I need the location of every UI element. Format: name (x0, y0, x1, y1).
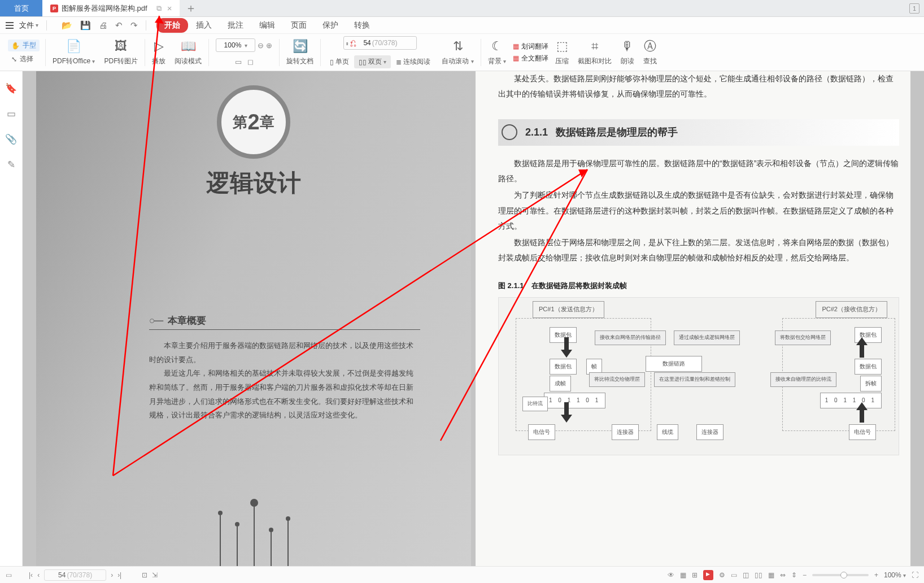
layout-1-icon[interactable]: ▭ (731, 571, 737, 579)
zoom-group: 100% ▾ ⊖ ⊕ ▭ ◻ (211, 38, 277, 66)
eye-icon[interactable]: 👁 (668, 571, 674, 579)
fig-t3: 将数据包交给网络层 (775, 330, 831, 345)
play-button[interactable]: ▷播放 (147, 38, 170, 66)
chapter-overview: 本章概要 本章主要介绍用于服务器端的数据链路层和网络层的技术，以及使用这些技术时… (149, 314, 420, 423)
hand-tool[interactable]: ✋ 手型 (8, 40, 40, 51)
read-aloud[interactable]: 🎙朗读 (616, 38, 639, 66)
find[interactable]: Ⓐ查找 (639, 38, 661, 66)
save-icon[interactable]: 💾 (80, 20, 91, 31)
menu-protect[interactable]: 保护 (315, 18, 346, 33)
tab-home[interactable]: 首页 (0, 0, 42, 16)
fit-width-icon[interactable]: ⇔ (780, 571, 786, 579)
fit-page-icon[interactable]: ◻ (247, 58, 254, 66)
zoom-slider[interactable] (812, 574, 869, 576)
page-left: 第2章 逻辑设计 本章概要 本章主要介绍用于服务器端的数据链路层和网络层的技术，… (36, 71, 471, 566)
zoom-percent[interactable]: 100% ▾ (884, 571, 906, 579)
tab-count[interactable]: 1 (909, 3, 919, 14)
fit-width-icon[interactable]: ▭ (235, 58, 242, 66)
zoom-in-status-icon[interactable]: + (874, 571, 878, 579)
fullscreen-icon[interactable]: ⛶ (912, 571, 918, 579)
first-page-icon[interactable]: |‹ (29, 571, 33, 579)
tab-new[interactable]: ＋ (180, 0, 202, 16)
menu-annotate[interactable]: 批注 (220, 18, 251, 33)
next-page-icon[interactable]: › (111, 571, 113, 579)
read-mode[interactable]: 📖阅读模式 (170, 38, 206, 66)
page-input[interactable]: 54 (70/378) (343, 36, 417, 50)
file-menu[interactable]: 文件▾ (19, 20, 38, 31)
tab-dup-icon[interactable]: ⧉ (156, 4, 162, 13)
fit-icon-1[interactable]: ⊡ (142, 571, 147, 579)
sidebar-toggle-icon[interactable]: ▭ (6, 571, 12, 579)
cursor-mode: ✋ 手型 ⤡ 选择 (5, 40, 43, 65)
layout-3-icon[interactable]: ▯▯ (755, 571, 762, 579)
compress[interactable]: ⬚压缩 (551, 38, 573, 66)
fig-conn2: 连接器 (696, 424, 723, 440)
zoom-in-icon[interactable]: ⊕ (266, 41, 272, 50)
fig-t4: 将比特流交给物理层 (589, 372, 645, 387)
stamp-icon[interactable]: ✎ (7, 159, 15, 171)
view-single[interactable]: ▯ 单页 (325, 55, 354, 68)
intro-text: 某处丢失。数据链路层则刚好能够弥补物理层的这个短处，它能生成通往相邻设备的路径（… (498, 71, 899, 102)
settings-icon[interactable]: ⚙ (719, 571, 725, 579)
zoom-out-status-icon[interactable]: − (803, 571, 807, 579)
last-page-icon[interactable]: ›| (117, 571, 121, 579)
page-nav: ‹ 54 (70/378) › ⎌ ▯ 单页 ▯▯ 双页▾ ≣ 连续阅读 (323, 36, 437, 68)
app-icon[interactable]: ▦ (680, 571, 686, 579)
cloud-icon[interactable]: ⊞ (692, 571, 698, 579)
pdf-to-image[interactable]: 🖼PDF转图片 (99, 38, 142, 66)
fig-pc2: PC#2（接收信息方） (816, 301, 887, 317)
view-continuous[interactable]: ≣ 连续阅读 (391, 55, 435, 68)
svg-marker-0 (561, 337, 572, 358)
document-canvas[interactable]: 第2章 逻辑设计 本章概要 本章主要介绍用于服务器端的数据链路层和网络层的技术，… (23, 71, 924, 566)
autoscroll[interactable]: ⇅自动滚动 ▾ (437, 38, 478, 66)
fig-bits1: 1 0 1 1 0 1 (544, 393, 605, 408)
tab-active[interactable]: P 图解服务器端网络架构.pdf ⧉ × (42, 0, 180, 16)
rotate-button[interactable]: 🔄旋转文档 (282, 38, 318, 66)
zoom-out-icon[interactable]: ⊖ (258, 41, 264, 50)
prev-page-icon[interactable]: ‹ (37, 571, 40, 579)
overview-p2: 最近这几年，和网络相关的基础技术并未取得较大发展，不过倒是变得越发纯粹和简练了。… (149, 367, 420, 423)
overview-p1: 本章主要介绍用于服务器端的数据链路层和网络层的技术，以及使用这些技术时的设计要点… (149, 339, 420, 367)
thumbnails-icon[interactable]: ▭ (7, 108, 16, 120)
hamburger-icon[interactable] (6, 22, 14, 29)
dict-translate[interactable]: ▦划词翻译 (513, 42, 548, 51)
print-icon[interactable]: 🖨 (99, 20, 107, 30)
figure-2-1-1: PC#1（发送信息方） PC#2（接收信息方） 数据包 数据包 接收来自网络层的… (498, 297, 899, 455)
menu-page[interactable]: 页面 (283, 18, 315, 33)
fit-icon-2[interactable]: ⇲ (152, 571, 158, 579)
zoom-value[interactable]: 100% ▾ (216, 38, 255, 52)
view-double[interactable]: ▯▯ 双页▾ (354, 55, 391, 68)
svg-marker-2 (856, 337, 868, 358)
open-icon[interactable]: 📂 (62, 20, 72, 31)
toolbar: ✋ 手型 ⤡ 选择 📄PDF转Office ▾ 🖼PDF转图片 ▷播放 📖阅读模… (0, 34, 924, 71)
fig-pc1: PC#1（发送信息方） (533, 301, 604, 317)
translate-group: ▦划词翻译 ▦全文翻译 (511, 42, 551, 63)
full-translate[interactable]: ▦全文翻译 (513, 54, 548, 63)
bookmark-panel-icon[interactable]: 🔖 (5, 82, 17, 94)
fit-height-icon[interactable]: ⇕ (791, 571, 797, 579)
menu-tabs: 开始 插入 批注 编辑 页面 保护 转换 (156, 18, 378, 33)
fig-t5: 在这里进行流量控制和差错控制 (654, 372, 735, 387)
menu-edit[interactable]: 编辑 (251, 18, 283, 33)
record-icon[interactable] (703, 570, 713, 580)
layout-2-icon[interactable]: ◫ (743, 571, 749, 579)
redo-icon[interactable]: ↷ (130, 20, 138, 31)
screenshot[interactable]: ⌗截图和对比 (573, 38, 616, 66)
fig-t6: 接收来自物理层的比特流 (770, 372, 836, 387)
fig-pkt4: 数据包 (855, 359, 882, 375)
pdf-to-office[interactable]: 📄PDF转Office ▾ (48, 38, 99, 66)
select-tool[interactable]: ⤡ 选择 (8, 53, 40, 65)
tab-close-icon[interactable]: × (167, 3, 172, 13)
menu-insert[interactable]: 插入 (188, 18, 220, 33)
menu-convert[interactable]: 转换 (346, 18, 378, 33)
fig-conn1: 连接器 (612, 424, 639, 440)
fig-link: 数据链路 (646, 356, 702, 372)
page-right: 某处丢失。数据链路层则刚好能够弥补物理层的这个短处，它能生成通往相邻设备的路径（… (476, 71, 910, 566)
background[interactable]: ☾背景 ▾ (483, 38, 511, 66)
overview-heading: 本章概要 (149, 314, 420, 327)
menu-start[interactable]: 开始 (156, 18, 188, 33)
undo-icon[interactable]: ↶ (115, 20, 123, 31)
attachments-icon[interactable]: 📎 (5, 133, 17, 145)
layout-4-icon[interactable]: ▦ (768, 571, 774, 579)
status-page-input[interactable]: 54 (70/378) (44, 569, 106, 581)
